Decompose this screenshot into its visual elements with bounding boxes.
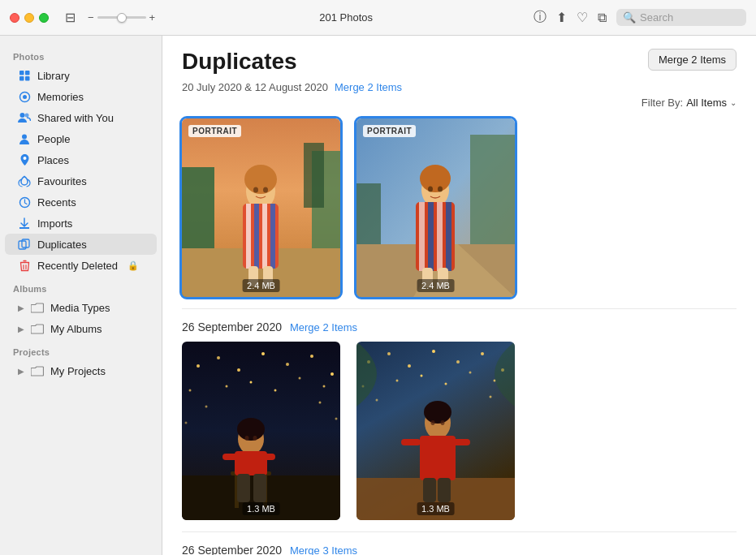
photo-group-2: 1.3 MB — [182, 342, 737, 520]
sidebar-item-label: People — [37, 133, 70, 145]
sidebar-item-duplicates[interactable]: Duplicates — [5, 234, 157, 255]
close-button[interactable] — [10, 13, 19, 23]
merge-link-1[interactable]: Merge 2 Items — [335, 81, 402, 93]
imports-icon — [18, 217, 31, 230]
share-icon[interactable]: ⬆ — [556, 10, 567, 25]
svg-point-73 — [245, 436, 249, 441]
svg-point-51 — [330, 372, 334, 376]
search-icon: 🔍 — [623, 11, 636, 24]
info-icon[interactable]: ⓘ — [534, 9, 546, 26]
search-input[interactable] — [640, 11, 740, 24]
merge-link-2[interactable]: Merge 2 Items — [290, 321, 357, 333]
traffic-lights — [10, 13, 49, 23]
svg-rect-95 — [423, 478, 436, 502]
filter-chevron-icon[interactable]: ⌄ — [730, 98, 737, 107]
expand-arrow-icon: ▶ — [18, 325, 24, 333]
minimize-button[interactable] — [24, 13, 34, 23]
sidebar-item-label: Library — [37, 70, 70, 82]
sidebar-item-label: Favourites — [37, 175, 87, 187]
lock-icon: 🔒 — [127, 260, 139, 271]
zoom-slider[interactable]: − + — [88, 11, 155, 24]
svg-point-5 — [23, 95, 27, 99]
group-3-date: 26 September 2020 — [182, 544, 282, 555]
svg-point-77 — [387, 352, 391, 355]
portrait-badge-2: PORTRAIT — [363, 125, 416, 137]
section-header-3: 26 September 2020 Merge 3 Items — [182, 544, 737, 555]
folder-icon — [31, 301, 44, 314]
sidebar-item-memories[interactable]: Memories — [5, 86, 157, 107]
filter-label: Filter By: — [642, 97, 683, 109]
sidebar-item-label: Places — [37, 154, 69, 166]
svg-rect-70 — [237, 474, 250, 502]
portrait-badge-1: PORTRAIT — [188, 125, 241, 137]
photo-card-2[interactable]: PORTRAIT 2.4 MB — [356, 118, 515, 297]
sidebar-item-people[interactable]: People — [5, 128, 157, 149]
svg-rect-96 — [438, 478, 451, 502]
photo-group-1: PORTRAIT 2.4 MB — [182, 118, 737, 297]
memories-icon — [18, 90, 31, 103]
svg-point-6 — [20, 113, 25, 118]
sidebar-item-media-types[interactable]: ▶ Media Types — [5, 297, 157, 318]
svg-point-24 — [244, 165, 277, 194]
sidebar-item-label: My Projects — [50, 365, 106, 377]
svg-point-61 — [335, 418, 338, 420]
svg-point-55 — [274, 389, 277, 392]
rotate-icon[interactable]: ⧉ — [598, 11, 607, 25]
content-header: Duplicates Merge 2 Items — [182, 49, 737, 75]
folder-icon — [31, 364, 44, 377]
svg-point-9 — [23, 157, 26, 160]
photo-card-3[interactable]: 1.3 MB — [182, 342, 340, 520]
svg-rect-101 — [451, 439, 470, 445]
svg-point-45 — [197, 364, 200, 368]
svg-point-74 — [253, 436, 257, 441]
svg-point-58 — [205, 406, 208, 408]
main-layout: Photos Library Memories — [0, 36, 756, 555]
svg-rect-20 — [246, 204, 251, 269]
svg-point-97 — [424, 401, 451, 424]
sidebar-section-albums: Albums — [0, 276, 162, 297]
sidebar-item-places[interactable]: Places — [5, 149, 157, 170]
section-header-2: 26 September 2020 Merge 2 Items — [182, 321, 737, 333]
sidebar-item-favourites[interactable]: Favourites — [5, 170, 157, 191]
photo-card-1[interactable]: PORTRAIT 2.4 MB — [182, 118, 340, 297]
sidebar-item-shared-with-you[interactable]: Shared with You — [5, 107, 157, 128]
zoom-out-icon[interactable]: − — [88, 11, 94, 24]
group-1-date: 20 July 2020 & 12 August 2020 — [182, 81, 328, 93]
merge-all-button[interactable]: Merge 2 Items — [648, 49, 737, 71]
filter-value[interactable]: All Items — [686, 97, 727, 109]
svg-rect-94 — [420, 436, 456, 480]
sidebar-item-my-albums[interactable]: ▶ My Albums — [5, 318, 157, 339]
sidebar-item-library[interactable]: Library — [5, 65, 157, 86]
svg-point-39 — [420, 165, 451, 192]
search-box[interactable]: 🔍 — [616, 9, 746, 26]
view-toggle-icon[interactable]: ⊟ — [62, 10, 78, 26]
svg-point-25 — [253, 187, 258, 193]
sidebar-item-recents[interactable]: Recents — [5, 191, 157, 213]
sidebar-item-label: Imports — [37, 217, 72, 230]
sidebar-item-my-projects[interactable]: ▶ My Projects — [5, 360, 157, 381]
maximize-button[interactable] — [39, 13, 49, 23]
svg-point-89 — [376, 399, 378, 402]
svg-point-84 — [396, 380, 399, 382]
svg-point-49 — [286, 363, 289, 366]
group-2-date: 26 September 2020 — [182, 321, 282, 333]
slider-thumb[interactable] — [117, 13, 127, 23]
sidebar-item-imports[interactable]: Imports — [5, 213, 157, 234]
svg-rect-69 — [259, 454, 275, 460]
svg-point-26 — [263, 187, 268, 193]
svg-rect-21 — [254, 204, 259, 269]
svg-point-8 — [22, 134, 27, 139]
svg-point-72 — [237, 418, 265, 441]
heart-icon[interactable]: ♡ — [577, 10, 588, 25]
trash-icon — [18, 259, 31, 272]
sidebar-item-label: Memories — [37, 91, 84, 103]
merge-link-3[interactable]: Merge 3 Items — [290, 544, 357, 556]
zoom-in-icon[interactable]: + — [149, 11, 156, 24]
sidebar-item-label: Shared with You — [37, 112, 114, 124]
svg-rect-23 — [270, 204, 275, 269]
svg-rect-16 — [304, 143, 324, 208]
photo-card-4[interactable]: 1.3 MB — [356, 342, 515, 520]
slider-track[interactable] — [97, 16, 146, 19]
sidebar-item-recently-deleted[interactable]: Recently Deleted 🔒 — [5, 255, 157, 276]
svg-point-40 — [428, 187, 433, 192]
